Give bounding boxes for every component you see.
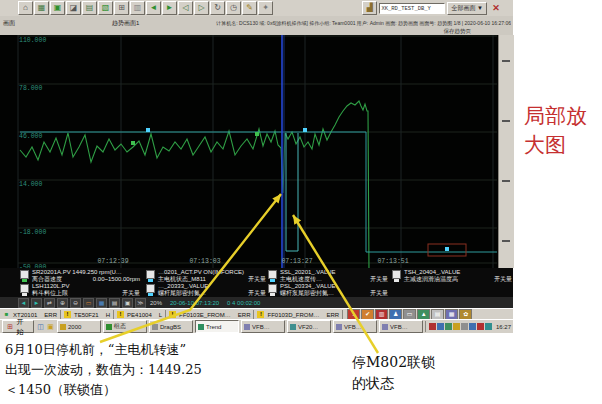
trend-toolbar-icons: ◄►⇄⊕⊖▭▦▤▣≫ [18,298,146,308]
annotation-left: 6月10日停机前，“主电机转速” 出现一次波动，数值为：1449.25 ＜145… [5,340,202,400]
refresh-icon[interactable]: ↻ [210,1,225,15]
overview-icon[interactable]: ▥ [130,1,145,15]
legend-checkbox[interactable] [146,284,155,293]
tile-view-icon[interactable]: ⊞ [114,1,129,15]
annotation-left-line3: ＜1450（联锁值） [5,380,202,400]
legend-checkbox[interactable] [146,270,155,279]
tray-icon[interactable] [469,323,476,330]
task-button-icon [336,324,342,330]
range-icon[interactable]: ▭ [83,298,94,308]
y-axis-label: 14.000 [19,181,43,188]
task-button-vf20[interactable]: VF20… [287,320,331,333]
alarm-entry[interactable]: ■XT20101ERR [0,310,61,319]
group-view-icon[interactable]: ▤ [82,1,97,15]
x-axis-label: 07:13:27 [281,258,312,265]
tools-icon[interactable]: ✦ [258,1,273,15]
legend-checkbox[interactable] [392,270,401,279]
screen-green-icon[interactable]: ▣ [50,1,65,15]
legend-color-tag [270,293,275,296]
grid-icon[interactable]: ▦ [96,298,107,308]
alert-icon: ! [257,311,264,318]
task-button-trend[interactable]: Trend [195,320,239,333]
clock-icon[interactable]: ◷ [226,1,241,15]
task-button-2000[interactable]: 2000 [57,320,101,333]
screen-split-icon[interactable]: ◪ [66,1,81,15]
annotation-side-line1: 局部放 [524,102,587,131]
pen-icon[interactable]: ✎ [242,1,257,15]
task-button-vfb[interactable]: VFB… [333,320,377,333]
scrollbar-tick [502,60,510,62]
legend-tag-name: PSL_20334_.VALUE [280,283,336,290]
legend-item[interactable]: SSL_20201_.VALUE主电机速度传…开关量 [268,269,390,282]
legend-checkbox[interactable] [20,284,29,293]
tray-icon[interactable] [485,323,492,330]
task-button-vfb[interactable]: VFB… [241,320,285,333]
tray-icon[interactable] [445,323,452,330]
task-button-icon [244,324,250,330]
legend-color-tag [22,279,27,282]
legend-range: 开关量 [122,290,140,297]
legend-tag-desc: 主电机状态_M811 [158,276,206,283]
series-marker [131,141,135,145]
page-title: 趋势画面1 [112,19,139,28]
legend-checkbox[interactable] [268,284,277,293]
trend-zoom-level[interactable]: 20% [150,300,162,306]
trend-plot: 110.00078.00046.00014.000-18.000-50.0000… [0,35,498,268]
legend-item[interactable]: TSH_20404_.VALUE主减速润滑油温度高开关量 [392,269,514,282]
legend-checkbox[interactable] [20,270,29,279]
tray-icon[interactable] [461,323,468,330]
task-button-label: 组态 [114,322,126,331]
legend-item[interactable]: SR20201A.PV 1449.250 rpm(U…离合器速度0.00~150… [20,269,142,282]
alarm-entry[interactable]: !TE50F21H [61,310,114,319]
pan-icon[interactable]: ⇄ [44,298,55,308]
chart-vertical-scrollbar[interactable] [498,35,514,268]
tray-icon[interactable] [429,323,436,330]
legend-item[interactable]: …0201_ACT.PV ON(IMFORCE)主电机状态_M811开关量 [146,269,268,282]
forward-icon[interactable]: ► [162,1,177,15]
legend-item[interactable]: LSH1120L.PV料斗料位上限开关量 [20,283,142,296]
save-trend-page-button[interactable]: 保存趋势页 [444,28,472,35]
trend-view-icon[interactable]: ▧ [98,1,113,15]
annotation-side-line2: 大图 [524,131,587,160]
back-icon[interactable]: ◄ [146,1,161,15]
print-icon[interactable]: ▤ [109,298,120,308]
tray-icon[interactable] [437,323,444,330]
page-forward-icon[interactable]: ▷ [194,1,209,15]
tray-icon[interactable] [477,323,484,330]
trend-chart[interactable]: 110.00078.00046.00014.000-18.000-50.0000… [0,35,498,268]
start-button[interactable]: ⊞ 开始 [2,320,34,333]
task-button-dragbs[interactable]: DragBS [149,320,193,333]
save-icon[interactable]: ▣ [122,298,133,308]
alarm-entry[interactable]: !FF0103D_FROM…ERR [254,310,343,319]
close-icon[interactable]: ✕ [489,2,503,15]
task-button-[interactable]: 组态 [103,320,147,333]
alert-icon: ! [64,311,71,318]
chart-shortcut-icon[interactable]: ▟ [362,1,377,15]
zoom-out-icon[interactable]: ⊖ [70,298,81,308]
step-back-icon[interactable]: ◄ [18,298,29,308]
legend-range: 开关量 [248,290,266,297]
y-axis-label: 46.000 [19,133,43,140]
more-icon[interactable]: ≫ [135,298,146,308]
task-button-label: VFB… [252,324,270,330]
quick-launch: ◫▣ [36,322,55,331]
step-forward-icon[interactable]: ► [31,298,42,308]
taskbar: ⊞ 开始 ◫▣ 2000组态DragBSTrendVFB…VF20…VFB…VF… [0,319,513,333]
task-button-vfb[interactable]: VFB… [379,320,423,333]
toolbar-icon-group: ⌂▦▣◪▤▧⊞▥◄►◁▷↻◷✎✦ [18,1,273,15]
screen-icon[interactable]: ▦ [34,1,49,15]
alarm-entry[interactable]: !FF0103E_FROM…ERR [166,310,254,319]
alarm-entry[interactable]: !PE41004L [114,310,166,319]
all-views-dropdown[interactable]: 全部画面 ▼ [447,2,487,15]
annotation-middle: 停M802联锁 的状态 [352,352,435,394]
folder-2000-icon[interactable]: ▣ [46,322,55,331]
zoom-in-icon[interactable]: ⊕ [57,298,68,308]
tray-icon[interactable] [453,323,460,330]
legend-checkbox[interactable] [268,270,277,279]
page-back-icon[interactable]: ◁ [178,1,193,15]
tag-search-input[interactable] [379,3,445,14]
desktop-icon[interactable]: ◫ [36,322,45,331]
legend-item[interactable]: PSL_20334_.VALUE螺杆泵尾部密封氮…开关量 [268,283,390,296]
home-icon[interactable]: ⌂ [18,1,33,15]
legend-item[interactable]: …_20333_.VALUE螺杆尾部密封氮…开关量 [146,283,268,296]
